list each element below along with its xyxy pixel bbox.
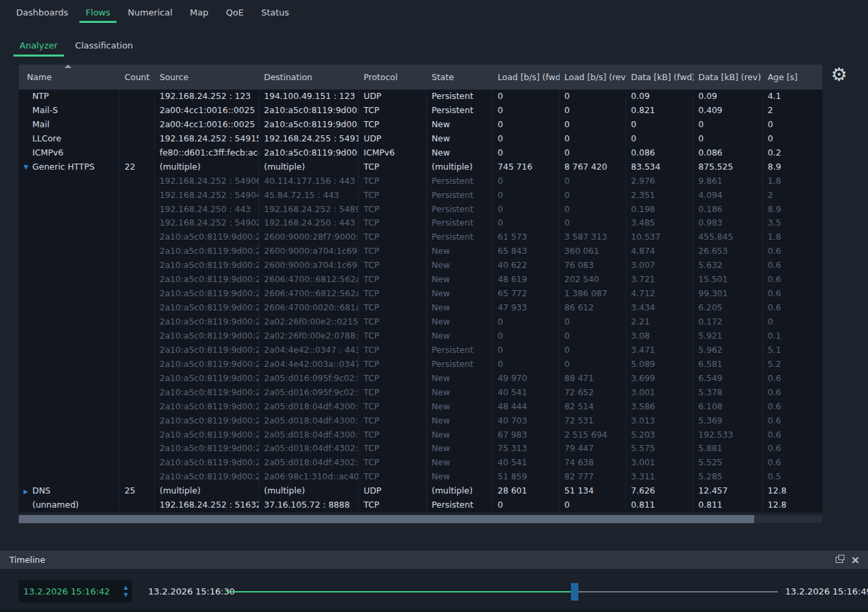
cell-name [19,174,120,189]
cell-count [120,358,155,372]
cell-data_rev: 5.881 [694,442,763,456]
collapse-row-arrow-icon[interactable]: ▼ [24,160,28,174]
table-row[interactable]: 2a10:a5c0:8119:9d00:2...2a05:d018:04df:4… [19,428,822,442]
cell-age: 8.9 [763,203,822,217]
cell-age: 0.6 [763,442,822,456]
table-row[interactable]: 2a10:a5c0:8119:9d00:2...2a04:4e42:003a::… [19,358,822,372]
table-row[interactable]: 2a10:a5c0:8119:9d00:2...2a04:4e42::0347 … [19,343,822,358]
table-settings-gear-icon[interactable]: ⚙ [828,64,850,86]
table-row[interactable]: 2a10:a5c0:8119:9d00:2...2606:4700::6812:… [19,273,822,287]
cell-age: 0.6 [763,287,822,301]
undock-panel-icon[interactable] [836,557,843,563]
cell-load_fwd: 67 983 [493,428,560,442]
timeline-datetime-input[interactable]: 13.2.2026 15:16:42 ▲ ▼ [19,580,132,603]
cell-count [120,428,155,442]
tab-flows[interactable]: Flows [79,5,116,23]
cell-count: 22 [120,160,155,174]
cell-load_rev: 2 515 694 [560,428,626,442]
table-row[interactable]: 2a10:a5c0:8119:9d00:2...2a05:d018:04df:4… [19,400,822,414]
table-row[interactable]: ▼Generic HTTPS22(multiple)(multiple)TCP(… [19,160,822,174]
table-row[interactable]: 2a10:a5c0:8119:9d00:2...2a02:26f0:00e2:0… [19,329,822,343]
column-header-source[interactable]: Source [155,65,259,90]
column-header-count[interactable]: Count [120,65,155,90]
cell-name [19,203,120,217]
cell-age: 0 [763,315,822,329]
cell-name [19,442,120,456]
cell-load_fwd: 48 619 [493,273,560,287]
cell-protocol: TCP [359,301,427,315]
tab-classification[interactable]: Classification [69,36,139,57]
table-row[interactable]: 2a10:a5c0:8119:9d00:2...2a05:d016:095f:9… [19,372,822,386]
close-panel-icon[interactable]: × [851,555,860,566]
cell-count [120,216,155,230]
column-header-name[interactable]: Name [19,65,120,90]
table-row[interactable]: 2a10:a5c0:8119:9d00:2...2a05:d018:04df:4… [19,442,822,456]
cell-load_fwd: 61 573 [493,230,560,244]
timeline-datetime-value[interactable]: 13.2.2026 15:16:42 [19,580,114,603]
cell-data_rev: 5.369 [694,414,763,428]
column-header-destination[interactable]: Destination [259,65,359,90]
spinner-up-icon[interactable]: ▲ [124,585,128,590]
column-header-state[interactable]: State [427,65,493,90]
table-row[interactable]: 2a10:a5c0:8119:9d00:2...2606:4700:0020::… [19,301,822,315]
timeline-range-end: 13.2.2026 15:16:49 [785,586,868,597]
cell-name: LLCore [19,132,120,146]
table-row[interactable]: ICMPv6fe80::d601:c3ff:fecb:ac492a10:a5c0… [19,146,822,160]
cell-destination: 2a10:a5c0:8119:9d00:2... [259,146,359,160]
table-row[interactable]: ▶DNS25(multiple)(multiple)UDP(multiple)2… [19,484,822,498]
table-row[interactable]: 2a10:a5c0:8119:9d00:2...2a05:d018:04df:4… [19,414,822,428]
cell-destination: 2a04:4e42:003a::0347 : ... [259,358,359,372]
table-row[interactable]: 192.168.24.252 : 5490445.84.72.15 : 443T… [19,189,822,203]
table-row[interactable]: Mail-S2a00:4cc1:0016::0025 : ...2a10:a5c… [19,104,822,118]
tab-qoe[interactable]: QoE [220,5,250,23]
cell-load_rev: 202 540 [560,273,626,287]
table-row[interactable]: 192.168.24.252 : 54902192.168.24.250 : 4… [19,216,822,230]
table-row[interactable]: 2a10:a5c0:8119:9d00:2...2a02:26f0:00e2::… [19,315,822,329]
cell-load_fwd: 0 [493,189,560,203]
cell-load_rev: 86 612 [560,301,626,315]
column-header-data_fwd[interactable]: Data [kB] (fwd) [626,65,694,90]
table-row[interactable]: 2a10:a5c0:8119:9d00:2...2a06:98c1:310d::… [19,470,822,484]
table-header: NameCountSourceDestinationProtocolStateL… [19,65,822,90]
expand-row-arrow-icon[interactable]: ▶ [24,484,28,498]
spinner-down-icon[interactable]: ▼ [124,592,128,598]
column-header-protocol[interactable]: Protocol [359,65,427,90]
tab-numerical[interactable]: Numerical [122,5,178,23]
column-header-load_fwd[interactable]: Load [b/s] (fwd) [493,65,560,90]
timeline-slider-track[interactable] [227,591,778,592]
tab-analyzer[interactable]: Analyzer [13,36,64,57]
cell-count [120,174,155,189]
table-row[interactable]: NTP192.168.24.252 : 123194.100.49.151 : … [19,90,822,104]
table-row[interactable]: 2a10:a5c0:8119:9d00:2...2600:9000:a704:1… [19,259,822,273]
cell-source: 2a10:a5c0:8119:9d00:2... [155,244,259,259]
cell-data_rev: 0.086 [694,146,763,160]
column-header-age[interactable]: Age [s] [763,65,822,90]
column-header-load_rev[interactable]: Load [b/s] (rev) [560,65,626,90]
timeline-slider-handle[interactable] [571,583,578,601]
tab-status[interactable]: Status [255,5,295,23]
cell-name [19,244,120,259]
horizontal-scrollbar-thumb[interactable] [19,515,754,523]
table-row[interactable]: (unnamed)192.168.24.252 : 5163237.16.105… [19,498,822,512]
table-row[interactable]: 2a10:a5c0:8119:9d00:2...2600:9000:a704:1… [19,244,822,259]
table-row[interactable]: Mail2a00:4cc1:0016::0025 : ...2a10:a5c0:… [19,118,822,132]
tab-map[interactable]: Map [184,5,214,23]
table-row[interactable]: 2a10:a5c0:8119:9d00:2...2a05:d018:04df:4… [19,456,822,470]
table-row[interactable]: 2a10:a5c0:8119:9d00:2...2606:4700::6812:… [19,287,822,301]
cell-data_fwd: 7.626 [626,484,694,498]
cell-data_rev: 5.378 [694,386,763,400]
cell-load_fwd: 65 772 [493,287,560,301]
column-header-data_rev[interactable]: Data [kB] (rev) [694,65,763,90]
table-row[interactable]: 192.168.24.252 : 5490640.114.177.156 : 4… [19,174,822,189]
tab-dashboards[interactable]: Dashboards [10,5,74,23]
timeline-panel: Timeline × 13.2.2026 15:16:42 ▲ ▼ 13.2.2… [0,551,868,612]
cell-destination: 2606:4700::6812:562a : ... [259,273,359,287]
horizontal-scrollbar[interactable] [19,515,822,523]
cell-count [120,132,155,146]
table-row[interactable]: 2a10:a5c0:8119:9d00:2...2600:9000:28f7:9… [19,230,822,244]
cell-count [120,315,155,329]
table-row[interactable]: LLCore192.168.24.252 : 54915192.168.24.2… [19,132,822,146]
table-row[interactable]: 192.168.24.250 : 443192.168.24.252 : 548… [19,203,822,217]
cell-protocol: TCP [359,386,427,400]
table-row[interactable]: 2a10:a5c0:8119:9d00:2...2a05:d016:095f:9… [19,386,822,400]
